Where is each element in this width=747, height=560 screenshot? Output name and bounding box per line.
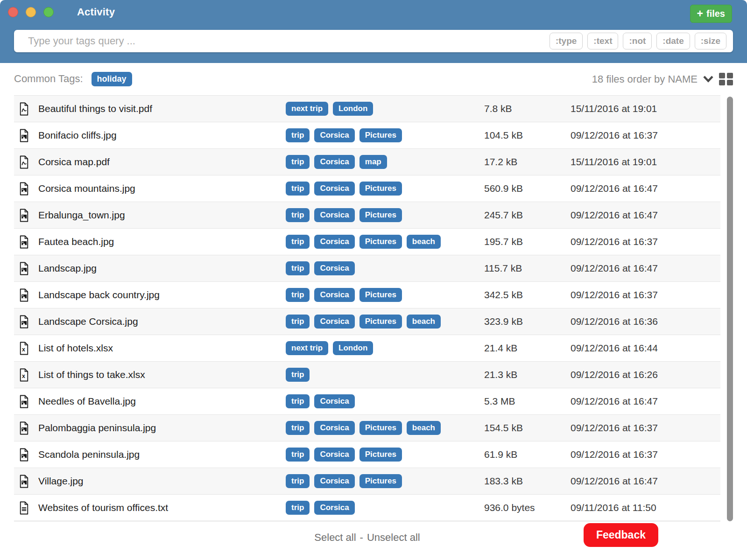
file-tags: tripCorsicaPictures <box>286 288 484 302</box>
file-tag[interactable]: Corsica <box>314 501 354 515</box>
file-tag[interactable]: Corsica <box>314 448 354 462</box>
file-row[interactable]: Needles of Bavella.jpgtripCorsica5.3 MB0… <box>14 388 720 414</box>
zoom-button[interactable] <box>43 7 54 17</box>
order-summary[interactable]: 18 files order by NAME <box>592 73 698 85</box>
file-date: 09/12/2016 at 16:47 <box>571 396 679 407</box>
file-tag[interactable]: next trip <box>286 341 328 356</box>
file-tag[interactable]: Corsica <box>314 288 354 302</box>
file-tag[interactable]: beach <box>407 421 441 435</box>
filter-type-button[interactable]: :type <box>550 33 583 49</box>
links-separator: - <box>360 532 363 543</box>
file-date: 09/12/2016 at 16:47 <box>571 183 679 194</box>
unselect-all-link[interactable]: Unselect all <box>367 532 420 543</box>
excel-file-icon: x <box>19 342 38 355</box>
file-size: 560.9 kB <box>484 183 571 194</box>
file-tag[interactable]: beach <box>407 235 441 249</box>
file-row[interactable]: Fautea beach.jpgtripCorsicaPicturesbeach… <box>14 228 720 255</box>
file-tag[interactable]: Pictures <box>359 128 402 143</box>
file-tag[interactable]: trip <box>286 501 310 515</box>
file-row[interactable]: Landscape back country.jpgtripCorsicaPic… <box>14 281 720 308</box>
file-row[interactable]: Bonifacio cliffs.jpgtripCorsicaPictures1… <box>14 122 720 148</box>
close-button[interactable] <box>8 7 18 17</box>
file-row[interactable]: Palombaggia peninsula.jpgtripCorsicaPict… <box>14 414 720 441</box>
file-date: 09/12/2016 at 16:37 <box>571 289 679 301</box>
file-tag[interactable]: Pictures <box>359 208 402 223</box>
file-tag[interactable]: Corsica <box>314 235 354 249</box>
file-tag[interactable]: beach <box>407 315 441 329</box>
file-date: 09/12/2016 at 16:36 <box>571 316 679 327</box>
file-date: 09/12/2016 at 16:37 <box>571 236 679 247</box>
file-tag[interactable]: next trip <box>286 102 328 116</box>
file-row[interactable]: Scandola peninsula.jpgtripCorsicaPicture… <box>14 441 720 468</box>
file-row[interactable]: Corsica map.pdftripCorsicamap17.2 kB15/1… <box>14 148 720 175</box>
file-row[interactable]: Websites of tourism offices.txttripCorsi… <box>14 494 720 521</box>
file-row[interactable]: Corsica mountains.jpgtripCorsicaPictures… <box>14 175 720 202</box>
file-tag[interactable]: trip <box>286 315 310 329</box>
file-tag[interactable]: trip <box>286 368 310 382</box>
file-tag[interactable]: Corsica <box>314 208 354 223</box>
file-tag[interactable]: Corsica <box>314 261 354 276</box>
file-tag[interactable]: London <box>333 102 373 116</box>
file-tags: next tripLondon <box>286 102 484 116</box>
file-tag[interactable]: Corsica <box>314 474 354 489</box>
file-date: 09/12/2016 at 16:37 <box>571 422 679 434</box>
common-tag-holiday[interactable]: holiday <box>92 72 132 87</box>
file-tag[interactable]: Corsica <box>314 155 354 169</box>
file-tag[interactable]: trip <box>286 421 310 435</box>
file-tag[interactable]: Pictures <box>359 182 402 196</box>
file-name: Palombaggia peninsula.jpg <box>38 422 286 434</box>
file-tag[interactable]: Pictures <box>359 288 402 302</box>
file-tag[interactable]: trip <box>286 261 310 276</box>
file-date: 09/12/2016 at 16:44 <box>571 343 679 354</box>
file-tag[interactable]: trip <box>286 474 310 489</box>
common-tags-label: Common Tags: <box>14 73 83 85</box>
file-tag[interactable]: trip <box>286 128 310 143</box>
filter-not-button[interactable]: :not <box>623 33 652 49</box>
file-row[interactable]: Village.jpgtripCorsicaPictures183.3 kB09… <box>14 468 720 494</box>
grid-view-icon[interactable] <box>719 72 733 86</box>
filter-text-button[interactable]: :text <box>587 33 618 49</box>
file-size: 183.3 kB <box>484 476 571 487</box>
file-tag[interactable]: trip <box>286 448 310 462</box>
file-tag[interactable]: Corsica <box>314 421 354 435</box>
file-tag[interactable]: trip <box>286 182 310 196</box>
file-row[interactable]: Landscap.jpgtripCorsica115.7 kB09/12/201… <box>14 255 720 281</box>
file-tag[interactable]: trip <box>286 235 310 249</box>
file-tags: tripCorsicaPictures <box>286 208 484 223</box>
file-row[interactable]: xList of things to take.xlsxtrip21.3 kB0… <box>14 361 720 388</box>
file-tags: tripCorsica <box>286 261 484 276</box>
file-tags: tripCorsicaPicturesbeach <box>286 235 484 249</box>
file-row[interactable]: xList of hotels.xlsxnext tripLondon21.4 … <box>14 335 720 361</box>
scrollbar-thumb[interactable] <box>727 97 733 521</box>
file-date: 09/12/2016 at 16:37 <box>571 449 679 460</box>
add-files-button[interactable]: + files <box>690 5 732 23</box>
select-all-link[interactable]: Select all <box>314 532 356 543</box>
file-size: 936.0 bytes <box>484 502 571 513</box>
image-file-icon <box>19 395 38 408</box>
file-tag[interactable]: Pictures <box>359 474 402 489</box>
file-tag[interactable]: trip <box>286 288 310 302</box>
file-tag[interactable]: Pictures <box>359 315 402 329</box>
chevron-down-icon[interactable] <box>703 76 713 83</box>
filter-size-button[interactable]: :size <box>695 33 726 49</box>
file-tag[interactable]: Pictures <box>359 448 402 462</box>
file-tag[interactable]: Corsica <box>314 128 354 143</box>
file-tags: tripCorsicaPicturesbeach <box>286 421 484 435</box>
file-tag[interactable]: trip <box>286 155 310 169</box>
file-tag[interactable]: map <box>359 155 387 169</box>
file-tag[interactable]: Pictures <box>359 235 402 249</box>
file-tag[interactable]: trip <box>286 394 310 409</box>
file-tag[interactable]: Pictures <box>359 421 402 435</box>
minimize-button[interactable] <box>26 7 36 17</box>
image-file-icon <box>19 129 38 142</box>
file-tag[interactable]: Corsica <box>314 315 354 329</box>
file-row[interactable]: Beautiful things to visit.pdfnext tripLo… <box>14 95 720 122</box>
file-tag[interactable]: Corsica <box>314 394 354 409</box>
file-tag[interactable]: London <box>333 341 373 356</box>
file-row[interactable]: Landscape Corsica.jpgtripCorsicaPictures… <box>14 308 720 335</box>
feedback-button[interactable]: Feedback <box>584 523 658 547</box>
filter-date-button[interactable]: :date <box>656 33 690 49</box>
file-tag[interactable]: trip <box>286 208 310 223</box>
file-row[interactable]: Erbalunga_town.jpgtripCorsicaPictures245… <box>14 202 720 228</box>
file-tag[interactable]: Corsica <box>314 182 354 196</box>
